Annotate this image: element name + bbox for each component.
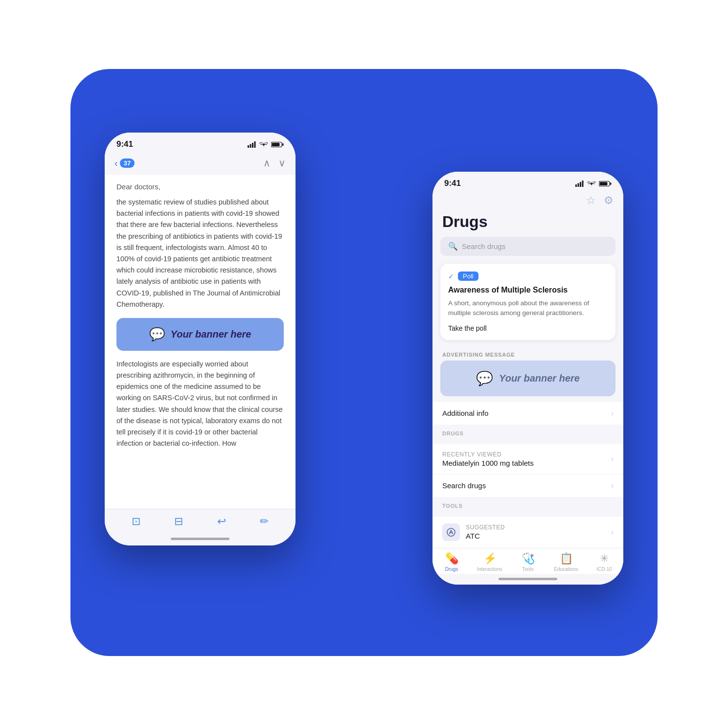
folder-icon[interactable]: ⊟ [174,515,183,528]
tab-educations-label: Educations [554,566,578,572]
svg-rect-1 [250,144,251,148]
search-bar[interactable]: 🔍 Search drugs [440,237,615,256]
up-arrow-button[interactable]: ∧ [263,157,271,169]
home-indicator-right [432,574,623,585]
battery-icon [271,141,284,148]
poll-tag-row: ✓ Poll [448,272,608,281]
tab-icd10-label: ICD-10 [596,566,612,572]
battery-icon-right [599,181,612,187]
article-greeting: Dear doctors, [116,182,284,191]
status-icons-right [575,180,612,187]
article-paragraph1: the systematic review of studies publish… [116,197,284,310]
svg-rect-7 [575,184,577,187]
tab-interactions-label: Interactions [477,566,502,572]
phone-left: 9:41 [105,133,296,545]
svg-rect-12 [600,182,608,185]
poll-check-icon: ✓ [448,272,454,280]
tools-section-label: TOOLS [432,497,623,511]
status-bar-left: 9:41 [105,133,296,153]
wifi-icon [259,141,268,148]
tab-drugs[interactable]: 💊 Drugs [432,552,471,572]
bg-container: 9:41 [0,0,728,725]
article-content: Dear doctors, the systematic review of s… [105,175,296,509]
tab-interactions-icon: ⚡ [483,552,497,565]
poll-description: A short, anonymous poll about the awaren… [448,298,608,318]
svg-rect-10 [582,181,584,187]
status-bar-right: 9:41 [432,172,623,192]
bottom-toolbar: ⊡ ⊟ ↩ ✏ [105,509,296,532]
notification-badge: 37 [120,159,135,168]
star-icon[interactable]: ☆ [586,194,596,207]
tab-bar: 💊 Drugs ⚡ Interactions 🩺 Tools 📋 Educati… [432,548,623,574]
poll-link[interactable]: Take the poll [448,324,608,332]
poll-title: Awareness of Multiple Sclerosis [448,286,608,295]
recently-viewed-row[interactable]: RECENTLY VIEWED Mediatelyin 1000 mg tabl… [432,444,623,475]
svg-rect-3 [254,141,256,148]
drugs-section-label: DRUGS [432,425,623,438]
tab-icd10-icon: ✳ [600,552,609,565]
settings-icon[interactable]: ⚙ [604,194,614,207]
recently-viewed-chevron: › [611,454,614,463]
search-drugs-chevron: › [611,481,614,490]
nav-bar-left: ‹ 37 ∧ ∨ [105,153,296,175]
article-paragraph2: Infectologists are especially worried ab… [116,359,284,450]
search-icon: 🔍 [448,242,458,251]
phone-right: 9:41 [432,172,623,585]
advertising-section-label: ADVERTISING MESSAGE [432,348,623,361]
nav-arrows: ∧ ∨ [263,157,286,169]
wifi-icon-right [587,180,596,187]
down-arrow-button[interactable]: ∨ [278,157,286,169]
compose-icon[interactable]: ✏ [260,515,269,528]
drugs-list-section: RECENTLY VIEWED Mediatelyin 1000 mg tabl… [432,444,623,497]
atc-label: ATC [466,532,505,540]
tab-educations[interactable]: 📋 Educations [547,552,585,572]
banner-text-right: Your banner here [499,373,580,384]
poll-tag: Poll [458,272,478,281]
banner-icon-right: 💬 [476,370,493,386]
search-drugs-row[interactable]: Search drugs › [432,475,623,497]
banner-text-left: Your banner here [171,329,251,340]
poll-card: ✓ Poll Awareness of Multiple Sclerosis A… [440,264,615,340]
atc-row-inner: SUGGESTED ATC [442,523,505,541]
tab-tools[interactable]: 🩺 Tools [509,552,547,572]
back-chevron-icon: ‹ [114,158,118,169]
atc-chevron: › [611,528,614,537]
svg-rect-0 [248,145,249,148]
phones-wrapper: 9:41 [95,93,633,632]
home-indicator-left [105,532,296,545]
additional-info-row[interactable]: Additional info › [432,402,623,425]
home-bar-left [171,538,229,540]
time-left: 9:41 [116,139,133,149]
atc-icon [442,523,460,541]
tab-interactions[interactable]: ⚡ Interactions [471,552,509,572]
atc-sublabel: SUGGESTED [466,524,505,531]
svg-rect-5 [272,143,280,146]
recently-viewed-drug: Mediatelyin 1000 mg tablets [442,459,534,467]
svg-rect-8 [578,183,579,187]
home-bar-right [499,578,557,580]
tools-list-section: SUGGESTED ATC › [432,517,623,548]
left-banner[interactable]: 💬 Your banner here [116,318,284,351]
svg-rect-2 [252,143,253,148]
additional-info-chevron: › [611,409,614,418]
status-icons-left [248,141,284,148]
svg-rect-9 [580,182,581,187]
tab-educations-icon: 📋 [560,552,573,565]
banner-icon-left: 💬 [149,327,165,342]
tab-tools-icon: 🩺 [522,552,535,565]
top-actions: ☆ ⚙ [432,192,623,211]
back-button[interactable]: ‹ 37 [114,158,135,169]
page-title: Drugs [432,211,623,237]
atc-row[interactable]: SUGGESTED ATC › [432,517,623,548]
reply-icon[interactable]: ↩ [217,515,226,528]
tab-drugs-icon: 💊 [445,552,458,565]
additional-info-section: Additional info › [432,402,623,425]
signal-icon-right [575,181,584,187]
svg-rect-6 [282,143,284,146]
tab-icd10[interactable]: ✳ ICD-10 [585,552,623,572]
inbox-icon[interactable]: ⊡ [132,515,140,528]
search-placeholder: Search drugs [462,242,505,250]
svg-rect-13 [610,182,612,185]
tab-drugs-label: Drugs [445,566,458,572]
right-banner[interactable]: 💬 Your banner here [440,361,615,396]
